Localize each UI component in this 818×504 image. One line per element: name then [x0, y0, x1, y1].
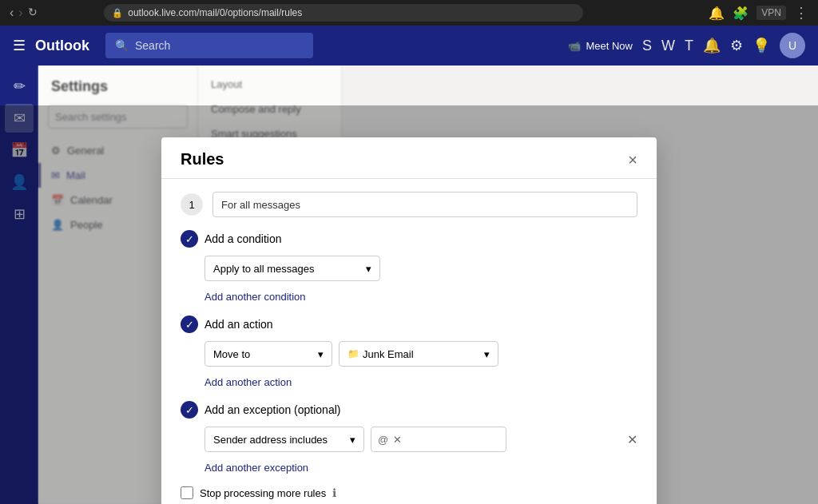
condition-dropdown-row: Apply to all messages ▾ [204, 256, 637, 281]
action-header: ✓ Add an action [181, 315, 637, 333]
app-logo: Outlook [35, 38, 89, 54]
lock-icon: 🔒 [112, 8, 123, 18]
exception-dropdown-row: Sender address includes ▾ @ ✕ ✕ [204, 427, 637, 452]
word-icon[interactable]: W [661, 38, 675, 54]
sub-layout: Layout [198, 72, 341, 97]
avatar[interactable]: U [780, 33, 805, 58]
close-button[interactable]: × [628, 152, 637, 168]
notifications-bell-icon[interactable]: 🔔 [703, 37, 721, 54]
tag-x-icon[interactable]: ✕ [393, 434, 402, 446]
action-section: ✓ Add an action Move to ▾ [181, 315, 637, 388]
rule-name-input[interactable] [212, 192, 637, 217]
search-placeholder: Search [135, 39, 170, 52]
condition-header: ✓ Add a condition [181, 230, 637, 248]
condition-chevron-icon: ▾ [366, 263, 371, 275]
notifications-icon[interactable]: 🔔 [709, 6, 725, 21]
action-check-icon: ✓ [181, 315, 198, 333]
action-title: Add an action [204, 318, 273, 331]
action-target-value: Junk Email [363, 348, 414, 360]
exception-title: Add an exception (optional) [204, 403, 340, 416]
stop-processing-label[interactable]: Stop processing more rules [200, 487, 326, 499]
refresh-icon[interactable]: ↻ [28, 6, 38, 20]
action-dropdown-value: Move to [213, 348, 250, 360]
dialog-overlay: Rules × 1 ✓ Add a condition [0, 105, 818, 504]
step-number: 1 [181, 193, 203, 216]
search-icon: 🔍 [115, 39, 129, 52]
settings-gear-icon[interactable]: ⚙ [730, 37, 743, 54]
exception-check-icon: ✓ [181, 401, 198, 419]
exception-clear-button[interactable]: ✕ [627, 432, 637, 447]
condition-section: ✓ Add a condition Apply to all messages … [181, 230, 637, 303]
rule-name-step: 1 [181, 192, 637, 217]
browser-right: 🔔 🧩 VPN ⋮ [709, 4, 808, 22]
top-bar: ☰ Outlook 🔍 Search 📹 Meet Now S W T 🔔 ⚙ … [0, 26, 818, 65]
add-exception-link[interactable]: Add another exception [204, 462, 308, 474]
exception-dropdown-value: Sender address includes [213, 434, 328, 446]
browser-chrome: ‹ › ↻ 🔒 outlook.live.com/mail/0/options/… [0, 0, 818, 26]
nav-compose-icon[interactable]: ✏ [5, 72, 34, 101]
dialog-header: Rules × [161, 137, 657, 179]
vpn-label[interactable]: VPN [756, 6, 786, 20]
dialog-title: Rules [181, 150, 224, 169]
hamburger-icon[interactable]: ☰ [13, 37, 26, 54]
rules-dialog: Rules × 1 ✓ Add a condition [161, 137, 657, 504]
url-text: outlook.live.com/mail/0/options/mail/rul… [128, 7, 302, 18]
action-chevron-icon: ▾ [318, 348, 324, 360]
skype-icon[interactable]: S [642, 38, 652, 54]
video-icon: 📹 [568, 40, 581, 52]
meet-now-label: Meet Now [586, 40, 633, 52]
target-chevron-icon: ▾ [484, 348, 490, 360]
action-target-dropdown[interactable]: 📁 Junk Email ▾ [339, 341, 498, 367]
at-prefix: @ [378, 434, 388, 446]
search-box[interactable]: 🔍 Search [105, 33, 313, 58]
dialog-body: 1 ✓ Add a condition Apply to all mes [161, 179, 657, 504]
action-dropdown[interactable]: Move to ▾ [204, 341, 332, 367]
back-icon[interactable]: ‹ [10, 6, 14, 20]
condition-body: Apply to all messages ▾ Add another cond… [204, 256, 637, 303]
address-bar[interactable]: 🔒 outlook.live.com/mail/0/options/mail/r… [104, 4, 583, 22]
browser-controls: ‹ › ↻ [10, 6, 38, 20]
top-bar-right: 📹 Meet Now S W T 🔔 ⚙ 💡 U [568, 33, 805, 58]
exception-input-wrap: @ ✕ [371, 427, 506, 452]
add-condition-link[interactable]: Add another condition [204, 291, 305, 303]
settings-title: Settings [38, 78, 197, 105]
exception-body: Sender address includes ▾ @ ✕ ✕ Add anot… [204, 427, 637, 474]
menu-icon[interactable]: ⋮ [794, 4, 808, 22]
translate-icon[interactable]: T [685, 38, 693, 54]
exception-header: ✓ Add an exception (optional) [181, 401, 637, 419]
condition-check-icon: ✓ [181, 230, 198, 248]
action-dropdown-row: Move to ▾ 📁 Junk Email ▾ [204, 341, 637, 367]
action-body: Move to ▾ 📁 Junk Email ▾ [204, 341, 637, 388]
stop-processing-checkbox[interactable] [181, 486, 193, 499]
info-icon[interactable]: ℹ [332, 486, 336, 499]
condition-dropdown-value: Apply to all messages [213, 263, 314, 275]
stop-processing-row: Stop processing more rules ℹ [181, 486, 637, 499]
main-content: ✏ ✉ 📅 👤 ⊞ Settings ⚙ General ✉ Mail [0, 65, 818, 504]
forward-icon[interactable]: › [18, 6, 22, 20]
exception-dropdown[interactable]: Sender address includes ▾ [204, 427, 364, 452]
add-action-link[interactable]: Add another action [204, 376, 292, 388]
exception-chevron-icon: ▾ [350, 434, 355, 446]
condition-title: Add a condition [204, 232, 282, 245]
extensions-icon[interactable]: 🧩 [733, 6, 749, 21]
condition-dropdown[interactable]: Apply to all messages ▾ [204, 256, 380, 281]
exception-section: ✓ Add an exception (optional) Sender add… [181, 401, 637, 474]
folder-icon: 📁 [347, 348, 359, 359]
help-icon[interactable]: 💡 [752, 37, 770, 54]
meet-now-button[interactable]: 📹 Meet Now [568, 40, 633, 52]
